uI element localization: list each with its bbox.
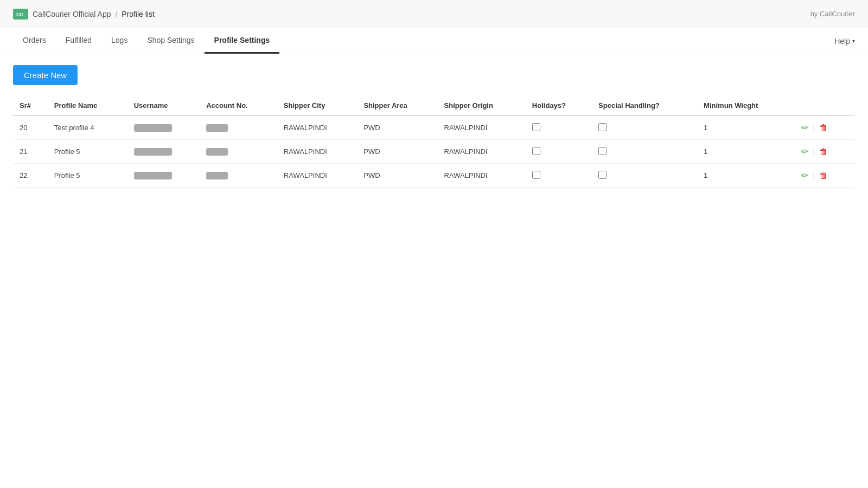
tab-profile-settings[interactable]: Profile Settings (205, 28, 280, 54)
delete-button[interactable]: 🗑 (817, 170, 830, 182)
app-name: CallCourier Official App (33, 10, 111, 18)
cell-username (127, 115, 200, 140)
cell-min-weight: 1 (697, 115, 793, 140)
nav-tabs: Orders Fulfilled Logs Shop Settings Prof… (13, 28, 279, 54)
cell-holidays[interactable] (526, 140, 592, 164)
username-blurred (134, 148, 172, 156)
cell-account-no (200, 140, 277, 164)
by-callcourier-text: by CallCourier (810, 10, 855, 18)
col-username: Username (127, 96, 200, 115)
cell-sr: 22 (13, 164, 48, 188)
delete-button[interactable]: 🗑 (817, 146, 830, 158)
delete-button[interactable]: 🗑 (817, 122, 830, 134)
username-blurred (134, 124, 172, 132)
cell-actions: ✏ | 🗑 (793, 164, 855, 188)
app-title-text: CallCourier Official App / Profile list (33, 10, 155, 18)
account-no-blurred (206, 148, 228, 156)
account-no-blurred (206, 124, 228, 132)
table-body: 20 Test profile 4 RAWALPINDI PWD RAWALPI… (13, 115, 855, 188)
profile-table: Sr# Profile Name Username Account No. Sh… (13, 96, 855, 188)
create-new-button[interactable]: Create New (13, 65, 78, 85)
holidays-checkbox[interactable] (532, 147, 540, 155)
cell-profile-name: Profile 5 (48, 164, 127, 188)
edit-button[interactable]: ✏ (799, 169, 810, 182)
cell-holidays[interactable] (526, 115, 592, 140)
cell-actions: ✏ | 🗑 (793, 115, 855, 140)
cell-sr: 21 (13, 140, 48, 164)
username-blurred (134, 172, 172, 179)
special-handling-checkbox[interactable] (598, 147, 607, 155)
col-actions (793, 96, 855, 115)
cell-profile-name: Profile 5 (48, 140, 127, 164)
col-shipper-city: Shipper City (277, 96, 358, 115)
tab-shop-settings[interactable]: Shop Settings (137, 28, 204, 54)
cell-username (127, 140, 200, 164)
cell-shipper-origin: RAWALPINDI (438, 140, 526, 164)
help-menu[interactable]: Help ▾ (834, 37, 855, 46)
special-handling-checkbox[interactable] (598, 123, 607, 131)
cell-sr: 20 (13, 115, 48, 140)
cell-min-weight: 1 (697, 164, 793, 188)
cell-shipper-city: RAWALPINDI (277, 115, 358, 140)
tab-logs[interactable]: Logs (101, 28, 137, 54)
cell-shipper-city: RAWALPINDI (277, 164, 358, 188)
edit-button[interactable]: ✏ (799, 145, 810, 158)
table-row: 20 Test profile 4 RAWALPINDI PWD RAWALPI… (13, 115, 855, 140)
cell-username (127, 164, 200, 188)
table-row: 21 Profile 5 RAWALPINDI PWD RAWALPINDI 1… (13, 140, 855, 164)
page-name: Profile list (122, 10, 155, 18)
cell-profile-name: Test profile 4 (48, 115, 127, 140)
table-header: Sr# Profile Name Username Account No. Sh… (13, 96, 855, 115)
edit-button[interactable]: ✏ (799, 121, 810, 134)
table-header-row: Sr# Profile Name Username Account No. Sh… (13, 96, 855, 115)
account-no-blurred (206, 172, 228, 179)
cell-shipper-area: PWD (357, 140, 437, 164)
cell-special-handling[interactable] (592, 115, 697, 140)
cell-special-handling[interactable] (592, 140, 697, 164)
cell-shipper-area: PWD (357, 115, 437, 140)
title-separator: / (115, 10, 117, 18)
tab-fulfilled[interactable]: Fulfilled (56, 28, 101, 54)
special-handling-checkbox[interactable] (598, 171, 607, 179)
col-special-handling: Special Handling? (592, 96, 697, 115)
cell-account-no (200, 164, 277, 188)
svg-text:CC: CC (16, 12, 23, 17)
holidays-checkbox[interactable] (532, 123, 540, 131)
cell-shipper-origin: RAWALPINDI (438, 115, 526, 140)
tab-orders[interactable]: Orders (13, 28, 56, 54)
app-title-area: CC CallCourier Official App / Profile li… (13, 9, 155, 20)
cell-actions: ✏ | 🗑 (793, 140, 855, 164)
holidays-checkbox[interactable] (532, 171, 540, 179)
help-label: Help (834, 37, 850, 46)
col-account-no: Account No. (200, 96, 277, 115)
cell-account-no (200, 115, 277, 140)
cell-shipper-city: RAWALPINDI (277, 140, 358, 164)
nav-bar: Orders Fulfilled Logs Shop Settings Prof… (0, 28, 868, 54)
action-separator: | (813, 147, 815, 156)
cell-holidays[interactable] (526, 164, 592, 188)
cell-min-weight: 1 (697, 140, 793, 164)
col-holidays: Holidays? (526, 96, 592, 115)
col-sr: Sr# (13, 96, 48, 115)
main-content: Create New Sr# Profile Name Username Acc… (0, 54, 868, 198)
col-shipper-area: Shipper Area (357, 96, 437, 115)
cell-shipper-origin: RAWALPINDI (438, 164, 526, 188)
col-shipper-origin: Shipper Origin (438, 96, 526, 115)
cell-shipper-area: PWD (357, 164, 437, 188)
table-row: 22 Profile 5 RAWALPINDI PWD RAWALPINDI 1… (13, 164, 855, 188)
action-separator: | (813, 124, 815, 132)
col-profile-name: Profile Name (48, 96, 127, 115)
col-min-weight: Minimun Wieght (697, 96, 793, 115)
cell-special-handling[interactable] (592, 164, 697, 188)
help-chevron-icon: ▾ (852, 38, 855, 44)
action-separator: | (813, 171, 815, 180)
app-logo: CC (13, 9, 28, 20)
app-header: CC CallCourier Official App / Profile li… (0, 0, 868, 28)
